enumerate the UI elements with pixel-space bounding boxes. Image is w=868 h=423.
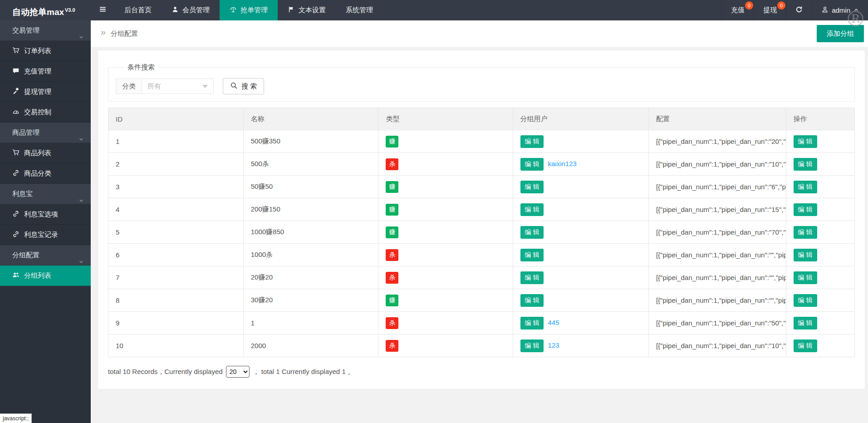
section-header-label: 分组配置 xyxy=(12,251,39,259)
id-cell: 6 xyxy=(108,244,244,266)
sidebar-item-withdraw-mgmt[interactable]: 提现管理 xyxy=(0,82,91,102)
page-title: 分组配置 xyxy=(111,30,138,38)
edit-users-button[interactable]: 编 辑 xyxy=(520,249,544,261)
name-cell: 500杀 xyxy=(243,153,378,176)
sidebar-item-order-list[interactable]: 订单列表 xyxy=(0,41,91,61)
sidebar-item-label: 商品分类 xyxy=(24,169,51,178)
sidebar-item-label: 分组列表 xyxy=(24,271,51,280)
edit-config-button[interactable]: 编 辑 xyxy=(794,203,817,216)
category-select-value: 所有 xyxy=(147,82,161,91)
config-cell: [{"pipei_dan_num":1,"pipei_dan_run":"10"… xyxy=(648,153,786,176)
edit-config-button[interactable]: 编 辑 xyxy=(794,249,817,261)
table-row: 5 1000赚850 赚 编 辑 [{"pipei_dan_num":1,"pi… xyxy=(108,221,855,244)
sidebar-item-trade-control[interactable]: 交易控制 xyxy=(0,102,91,123)
edit-config-button[interactable]: 编 辑 xyxy=(794,226,817,239)
edit-users-button[interactable]: 编 辑 xyxy=(520,158,544,171)
nav-item-members[interactable]: 会员管理 xyxy=(162,0,220,20)
sidebar-item-goods-category[interactable]: 商品分类 xyxy=(0,163,91,184)
sidebar-item-label: 商品列表 xyxy=(24,149,51,157)
category-select[interactable]: 所有 xyxy=(142,79,214,94)
edit-users-button[interactable]: 编 辑 xyxy=(520,294,544,307)
search-legend: 条件搜索 xyxy=(124,63,158,72)
sidebar-section-lixibao[interactable]: 利息宝 xyxy=(0,184,91,204)
type-badge: 赚 xyxy=(386,136,398,148)
edit-config-button[interactable]: 编 辑 xyxy=(794,158,817,171)
nav-item-text-settings[interactable]: 文本设置 xyxy=(278,0,336,20)
breadcrumb: 分组配置 xyxy=(100,20,138,47)
col-header-type: 类型 xyxy=(378,108,513,130)
nav-item-system[interactable]: 系统管理 xyxy=(336,0,383,20)
gavel-icon xyxy=(12,88,20,96)
sidebar-section-group-config[interactable]: 分组配置 xyxy=(0,245,91,266)
sidebar-section-goods[interactable]: 商品管理 xyxy=(0,123,91,143)
refresh-icon xyxy=(795,6,803,15)
withdraw-notify-button[interactable]: 提现 0 xyxy=(754,0,786,20)
sidebar-item-label: 利息宝记录 xyxy=(24,231,58,239)
nav-item-home[interactable]: 后台首页 xyxy=(114,0,162,20)
page-size-select[interactable]: 20 xyxy=(226,366,250,378)
section-header-label: 利息宝 xyxy=(12,190,33,197)
section-header-label: 交易管理 xyxy=(12,26,39,34)
name-cell: 2000 xyxy=(243,334,378,357)
user-link[interactable]: 123 xyxy=(548,341,559,349)
config-cell: [{"pipei_dan_num":1,"pipei_dan_run":"10"… xyxy=(648,334,786,357)
sidebar: 交易管理 订单列表 充值管理 提现管理 交易控制 商品管理 商品列表 xyxy=(0,20,91,423)
chevron-down-icon xyxy=(78,191,84,197)
gauge-icon xyxy=(12,108,20,117)
edit-config-button[interactable]: 编 辑 xyxy=(794,135,817,148)
name-cell: 50赚50 xyxy=(243,176,378,198)
edit-users-button[interactable]: 编 辑 xyxy=(520,339,544,352)
admin-app: 自动抢单maxV3.0 后台首页 会员管理 抢单管理 文本设置 系统管理 xyxy=(0,0,868,423)
edit-config-button[interactable]: 编 辑 xyxy=(794,317,817,330)
pagination-text-right: ， total 1 Currently displayed 1 。 xyxy=(253,368,354,376)
id-cell: 9 xyxy=(108,312,244,334)
edit-users-button[interactable]: 编 辑 xyxy=(520,203,544,216)
type-badge: 杀 xyxy=(386,158,398,170)
menu-toggle-button[interactable] xyxy=(91,0,114,20)
name-cell: 30赚20 xyxy=(243,289,378,312)
logo-text: 自动抢单max xyxy=(12,7,64,17)
col-header-config: 配置 xyxy=(648,108,786,130)
edit-users-button[interactable]: 编 辑 xyxy=(520,271,544,284)
recharge-notify-button[interactable]: 充值 0 xyxy=(721,0,754,20)
refresh-button[interactable] xyxy=(786,0,812,20)
pagination-text-left: total 10 Records，Currently displayed xyxy=(108,368,223,376)
edit-config-button[interactable]: 编 辑 xyxy=(794,181,817,193)
config-cell: [{"pipei_dan_num":1,"pipei_dan_run":"15"… xyxy=(648,198,786,221)
sidebar-item-group-list[interactable]: 分组列表 xyxy=(0,266,91,286)
comment-icon xyxy=(12,67,20,76)
col-header-group-users: 分组用户 xyxy=(513,108,648,130)
edit-users-button[interactable]: 编 辑 xyxy=(520,135,544,148)
edit-config-button[interactable]: 编 辑 xyxy=(794,339,817,352)
table-row: 7 20赚20 杀 编 辑 [{"pipei_dan_num":1,"pipei… xyxy=(108,266,855,289)
sidebar-item-goods-list[interactable]: 商品列表 xyxy=(0,143,91,163)
edit-users-button[interactable]: 编 辑 xyxy=(520,317,544,330)
edit-config-button[interactable]: 编 辑 xyxy=(794,294,817,307)
search-button[interactable]: 搜 索 xyxy=(223,78,264,94)
sidebar-item-lixibao-records[interactable]: 利息宝记录 xyxy=(0,225,91,245)
user-link[interactable]: kaixin123 xyxy=(548,160,576,167)
chevron-down-icon xyxy=(78,130,84,135)
name-cell: 1 xyxy=(243,312,378,334)
edit-users-button[interactable]: 编 辑 xyxy=(520,181,544,193)
config-cell: [{"pipei_dan_num":1,"pipei_dan_run":"50"… xyxy=(648,312,786,334)
edit-users-button[interactable]: 编 辑 xyxy=(520,226,544,239)
table-row: 9 1 杀 编 辑445 [{"pipei_dan_num":1,"pipei_… xyxy=(108,312,855,334)
nav-item-orders[interactable]: 抢单管理 xyxy=(220,0,278,20)
link-status-tooltip: javascript:; xyxy=(0,413,32,423)
user-link[interactable]: 445 xyxy=(548,319,559,326)
user-icon xyxy=(172,6,179,15)
users-icon xyxy=(12,271,20,280)
chevron-down-icon xyxy=(78,28,84,33)
link-icon xyxy=(12,169,20,178)
cart-icon xyxy=(12,149,20,157)
sidebar-section-trade[interactable]: 交易管理 xyxy=(0,20,91,41)
nav-label: 文本设置 xyxy=(299,6,326,15)
sidebar-item-recharge-mgmt[interactable]: 充值管理 xyxy=(0,61,91,82)
nav-label: 抢单管理 xyxy=(240,6,268,15)
recharge-count-badge: 0 xyxy=(745,1,753,10)
sidebar-item-lixibao-options[interactable]: 利息宝选项 xyxy=(0,204,91,225)
search-controls: 分类 所有 搜 索 xyxy=(116,78,847,94)
name-cell: 20赚20 xyxy=(243,266,378,289)
edit-config-button[interactable]: 编 辑 xyxy=(794,271,817,284)
